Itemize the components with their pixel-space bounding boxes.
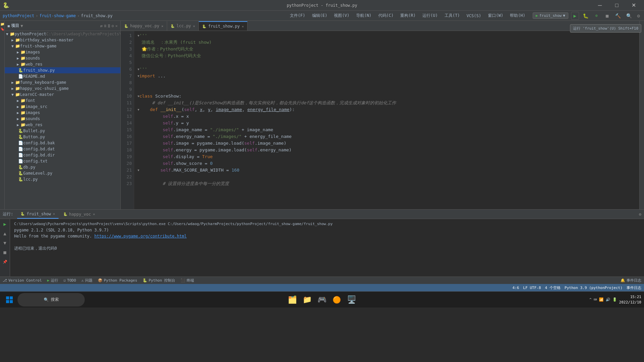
menu-code[interactable]: 代码(C) bbox=[376, 13, 396, 19]
settings-icon[interactable]: ⚙ bbox=[636, 13, 641, 19]
project-expand-icon[interactable]: ◼ bbox=[7, 24, 10, 28]
tree-item-button[interactable]: 🐍 Button.py bbox=[5, 134, 120, 140]
taskbar-app[interactable]: 🖥️ bbox=[345, 293, 358, 306]
breadcrumb-app[interactable]: pythonProject bbox=[3, 13, 34, 18]
pin-button[interactable]: 📌 bbox=[1, 258, 9, 265]
menu-vcs[interactable]: VCS(S) bbox=[464, 13, 483, 18]
tree-collapse-all[interactable]: ≣ bbox=[108, 24, 110, 28]
debug-button[interactable]: 🐛 bbox=[582, 12, 590, 20]
menu-view[interactable]: 视图(V) bbox=[332, 13, 351, 19]
tab-close-fruit-show[interactable]: ✕ bbox=[242, 25, 244, 28]
tree-item-web_res1[interactable]: ▶ 📁 web_res bbox=[5, 61, 120, 67]
run-tab-fruit-show[interactable]: 🐍 fruit_show ✕ bbox=[17, 210, 58, 219]
toolbar-python-packages[interactable]: 📦 Python Packages bbox=[98, 278, 137, 283]
taskbar-browser[interactable]: 🟠 bbox=[330, 293, 344, 306]
menu-run[interactable]: 运行(U) bbox=[420, 13, 440, 19]
menu-help[interactable]: 帮助(H) bbox=[508, 13, 527, 19]
tree-item-birthday[interactable]: ▶ 📁 birthday_wishes-master bbox=[5, 37, 120, 43]
run-tab-close[interactable]: ✕ bbox=[93, 212, 95, 216]
toolbar-todo[interactable]: ☑ TODO bbox=[64, 278, 76, 283]
tree-item-font[interactable]: ▶ 📁 font bbox=[5, 98, 120, 104]
search-icon[interactable]: 🔍 bbox=[625, 13, 633, 19]
run-button[interactable]: ▶ bbox=[571, 12, 579, 20]
tray-battery[interactable]: 🔋 bbox=[612, 297, 617, 302]
build-button[interactable]: 🔨 bbox=[614, 12, 622, 20]
toolbar-problems[interactable]: ⚠ 问题 bbox=[81, 278, 92, 283]
run-tab-close[interactable]: ✕ bbox=[53, 212, 55, 216]
menu-refactor[interactable]: 重构(R) bbox=[398, 13, 418, 19]
toolbar-run[interactable]: ▶ 运行 bbox=[47, 278, 58, 283]
tree-item-fruit-show-py[interactable]: 🐍 fruit_show.py bbox=[5, 67, 120, 73]
run-with-coverage[interactable]: ⚙ bbox=[593, 12, 601, 20]
tree-expand-all[interactable]: ≡ bbox=[104, 24, 106, 28]
run-tab-happy-voc[interactable]: 🐍 happy_voc ✕ bbox=[60, 210, 99, 219]
start-button[interactable] bbox=[3, 293, 16, 306]
bookmark-icon[interactable]: 🔖 bbox=[0, 27, 4, 31]
minimize-button[interactable]: ─ bbox=[592, 1, 608, 10]
tab-happy-voc[interactable]: 🐍 happy_voc.py ✕ bbox=[121, 21, 167, 31]
tree-item-root[interactable]: ▼ 📁 pythonProject C:\Users\wdaog\Pycharm… bbox=[5, 31, 120, 37]
tree-item-config-dir[interactable]: 📄 config.bd.dir bbox=[5, 152, 120, 158]
tab-lcc[interactable]: 🐍 lcc.py ✕ bbox=[167, 21, 199, 31]
tree-item-funny-keyboard[interactable]: ▶ 📁 funny_keyboard-game bbox=[5, 79, 120, 85]
taskbar-clock[interactable]: 15:21 2022/12/10 bbox=[619, 294, 641, 305]
code-line-18: self .energy = pygame.image.load( self .… bbox=[137, 147, 637, 153]
tree-item-happy-voc-shuzi[interactable]: ▶ 📁 happy_voc-shuzi_game bbox=[5, 85, 120, 92]
run-panel-settings-icon[interactable]: ⚙ bbox=[639, 212, 641, 217]
search-bar[interactable]: 🔍 搜索 bbox=[17, 293, 85, 306]
tree-item-images2[interactable]: ▶ 📁 images bbox=[5, 110, 120, 116]
code-editor[interactable]: 1234 5678 9101112 13141516 17181920 2122… bbox=[121, 31, 639, 209]
toolbar-python-console[interactable]: 🐍 Python 控制台 bbox=[143, 278, 175, 283]
tray-expand[interactable]: ^ bbox=[590, 297, 592, 302]
tree-item-lcc[interactable]: 🐍 lcc.py bbox=[5, 176, 120, 182]
run-again-button[interactable]: ▶ bbox=[1, 220, 9, 228]
maximize-button[interactable]: □ bbox=[609, 1, 624, 10]
tree-item-config-txt[interactable]: 📄 config.txt bbox=[5, 158, 120, 164]
project-icon[interactable]: 📁 bbox=[0, 22, 4, 26]
tree-settings[interactable]: ⚙ bbox=[112, 24, 114, 28]
menu-edit[interactable]: 编辑(E) bbox=[310, 13, 330, 19]
tray-keyboard[interactable]: ⌨ bbox=[594, 296, 597, 303]
run-output-line-3: Hello from the pygame community. https:/… bbox=[14, 233, 640, 239]
toolbar-version-control[interactable]: ⎇ Version Control bbox=[3, 278, 42, 283]
tree-item-sounds1[interactable]: ▶ 📁 sounds bbox=[5, 55, 120, 61]
taskbar-explorer[interactable]: 🗂️ bbox=[286, 293, 299, 306]
tree-item-learncc[interactable]: ▼ 📁 LearnCC-master bbox=[5, 92, 120, 98]
menu-window[interactable]: 窗口(W) bbox=[486, 13, 505, 19]
run-config-selector[interactable]: ▶ fruit_show ▼ bbox=[533, 12, 568, 19]
tree-item-image_src[interactable]: ▶ 📁 image_src bbox=[5, 104, 120, 110]
tab-close-happy-voc[interactable]: ✕ bbox=[161, 24, 163, 28]
taskbar-files[interactable]: 📁 bbox=[301, 293, 314, 306]
file-tree-dropdown[interactable]: ▼ bbox=[21, 24, 23, 28]
pygame-link[interactable]: https://www.pygame.org/contribute.html bbox=[94, 234, 187, 239]
tree-sync-icon[interactable]: ⇄ bbox=[100, 24, 103, 28]
tab-close-lcc[interactable]: ✕ bbox=[193, 24, 195, 28]
stop-button[interactable]: ■ bbox=[603, 12, 611, 20]
tree-item-db[interactable]: 🐍 db.py bbox=[5, 164, 120, 170]
close-button[interactable]: ✕ bbox=[626, 1, 641, 10]
toolbar-terminal[interactable]: ⬛ 终端 bbox=[181, 278, 194, 283]
tree-item-gamelevel[interactable]: 🐍 GameLevel.py bbox=[5, 170, 120, 176]
tree-item-readme[interactable]: 📄 README.md bbox=[5, 73, 120, 79]
tree-item-config-dat[interactable]: 📄 config.bd.dat bbox=[5, 146, 120, 152]
tree-item-bullet[interactable]: 🐍 Bullet.py bbox=[5, 128, 120, 134]
tree-item-fruit-show-game[interactable]: ▼ 📁 fruit-show-game bbox=[5, 43, 120, 49]
tray-network[interactable]: 📶 bbox=[599, 297, 604, 302]
toolbar-event-log[interactable]: 🔔 事件日志 bbox=[620, 278, 641, 283]
tab-fruit-show[interactable]: 🐍 fruit_show.py ✕ bbox=[199, 21, 248, 31]
code-content[interactable]: ▼ ''' 游戏名 ：水果秀 (fruit show) 🌟作者：Python代码… bbox=[134, 31, 639, 209]
tree-item-web_res2[interactable]: ▶ 📁 web_res bbox=[5, 122, 120, 128]
menu-tools[interactable]: 工具(T) bbox=[443, 13, 462, 19]
scroll-up-button[interactable]: ▲ bbox=[1, 230, 9, 237]
tree-close[interactable]: ✕ bbox=[115, 24, 118, 28]
breadcrumb-folder[interactable]: fruit-show-game bbox=[39, 13, 76, 18]
taskbar-game[interactable]: 🎮 bbox=[315, 293, 329, 306]
stop-run-button[interactable]: ■ bbox=[1, 249, 9, 256]
tray-volume[interactable]: 🔊 bbox=[606, 297, 610, 302]
tree-item-sounds2[interactable]: ▶ 📁 sounds bbox=[5, 116, 120, 122]
tree-item-config-bak[interactable]: 📄 config.bd.bak bbox=[5, 140, 120, 146]
tree-item-images[interactable]: ▶ 📁 images bbox=[5, 49, 120, 55]
menu-file[interactable]: 文件(F) bbox=[288, 13, 307, 19]
menu-navigate[interactable]: 导航(N) bbox=[354, 13, 374, 19]
scroll-down-button[interactable]: ▼ bbox=[1, 239, 9, 247]
